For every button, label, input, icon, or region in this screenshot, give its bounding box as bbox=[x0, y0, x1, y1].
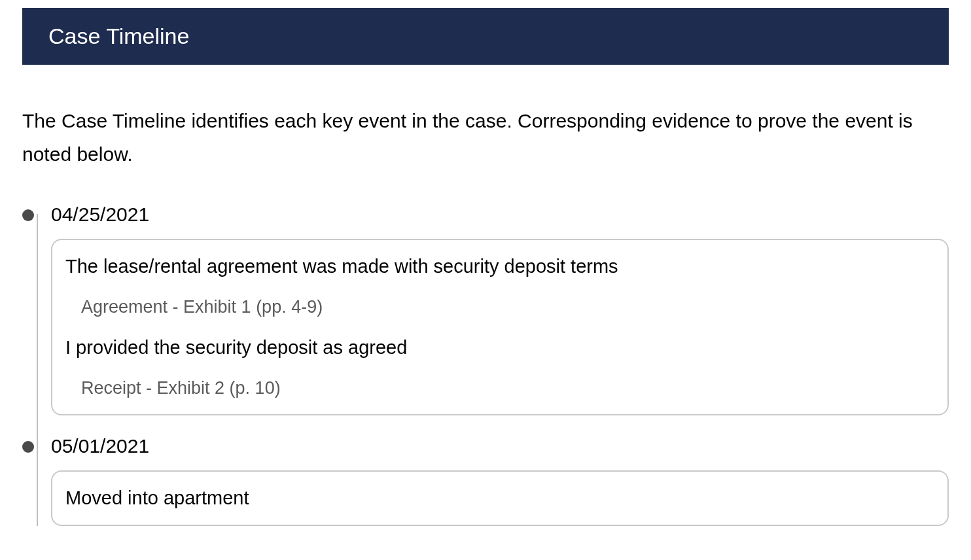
timeline-card: The lease/rental agreement was made with… bbox=[51, 239, 949, 415]
event-title: I provided the security deposit as agree… bbox=[65, 337, 934, 359]
event-evidence: Receipt - Exhibit 2 (p. 10) bbox=[81, 378, 934, 398]
timeline-event: 04/25/2021 The lease/rental agreement wa… bbox=[33, 203, 949, 415]
timeline-card: Moved into apartment bbox=[51, 470, 949, 526]
timeline-container: 04/25/2021 The lease/rental agreement wa… bbox=[22, 203, 949, 526]
page-description: The Case Timeline identifies each key ev… bbox=[22, 104, 949, 171]
timeline-date: 04/25/2021 bbox=[51, 203, 949, 226]
page-header: Case Timeline bbox=[22, 8, 949, 65]
timeline-dot-icon bbox=[22, 441, 34, 453]
event-title: The lease/rental agreement was made with… bbox=[65, 256, 934, 277]
timeline-event: 05/01/2021 Moved into apartment bbox=[33, 435, 949, 526]
timeline-dot-icon bbox=[22, 209, 34, 221]
event-evidence: Agreement - Exhibit 1 (pp. 4-9) bbox=[81, 297, 934, 317]
page-title: Case Timeline bbox=[48, 24, 189, 48]
event-title: Moved into apartment bbox=[65, 487, 934, 509]
timeline-date: 05/01/2021 bbox=[51, 435, 949, 457]
